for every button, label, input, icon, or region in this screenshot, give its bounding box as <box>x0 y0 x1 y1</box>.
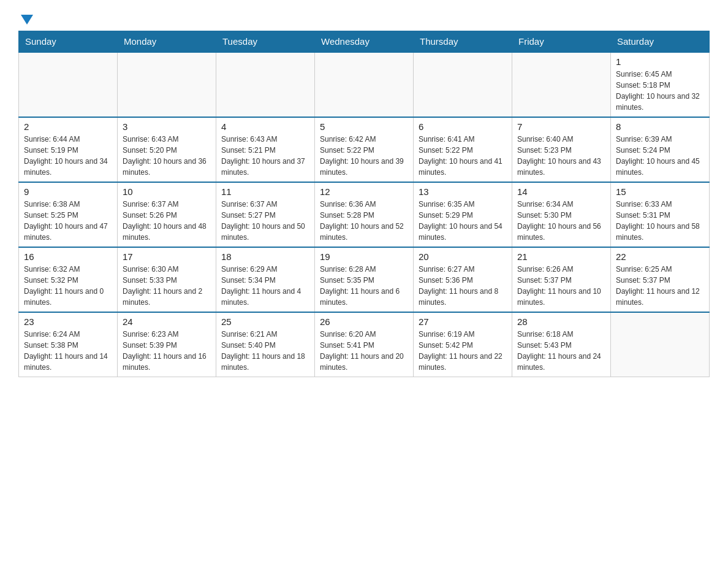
day-header-friday: Friday <box>512 31 611 53</box>
day-number: 18 <box>221 251 309 262</box>
day-info: Sunrise: 6:43 AMSunset: 5:21 PMDaylight:… <box>221 134 309 178</box>
day-number: 1 <box>616 56 704 67</box>
day-number: 5 <box>320 121 408 132</box>
day-number: 4 <box>221 121 309 132</box>
week-row-4: 16Sunrise: 6:32 AMSunset: 5:32 PMDayligh… <box>19 247 710 312</box>
day-info: Sunrise: 6:26 AMSunset: 5:37 PMDaylight:… <box>517 264 605 308</box>
calendar-cell: 16Sunrise: 6:32 AMSunset: 5:32 PMDayligh… <box>19 247 118 312</box>
calendar-cell: 14Sunrise: 6:34 AMSunset: 5:30 PMDayligh… <box>512 182 611 247</box>
day-header-monday: Monday <box>118 31 216 53</box>
day-info: Sunrise: 6:37 AMSunset: 5:27 PMDaylight:… <box>221 199 309 243</box>
day-number: 26 <box>320 316 408 327</box>
day-info: Sunrise: 6:33 AMSunset: 5:31 PMDaylight:… <box>616 199 704 243</box>
day-info: Sunrise: 6:18 AMSunset: 5:43 PMDaylight:… <box>517 329 605 373</box>
calendar-cell: 12Sunrise: 6:36 AMSunset: 5:28 PMDayligh… <box>315 182 414 247</box>
day-info: Sunrise: 6:36 AMSunset: 5:28 PMDaylight:… <box>320 199 408 243</box>
day-info: Sunrise: 6:44 AMSunset: 5:19 PMDaylight:… <box>24 134 112 178</box>
calendar-cell: 1Sunrise: 6:45 AMSunset: 5:18 PMDaylight… <box>611 52 710 117</box>
day-info: Sunrise: 6:19 AMSunset: 5:42 PMDaylight:… <box>419 329 507 373</box>
calendar-cell: 27Sunrise: 6:19 AMSunset: 5:42 PMDayligh… <box>414 312 512 377</box>
day-number: 16 <box>24 251 112 262</box>
day-info: Sunrise: 6:35 AMSunset: 5:29 PMDaylight:… <box>419 199 507 243</box>
day-info: Sunrise: 6:21 AMSunset: 5:40 PMDaylight:… <box>221 329 309 373</box>
day-info: Sunrise: 6:45 AMSunset: 5:18 PMDaylight:… <box>616 69 704 113</box>
day-info: Sunrise: 6:29 AMSunset: 5:34 PMDaylight:… <box>221 264 309 308</box>
calendar-cell: 2Sunrise: 6:44 AMSunset: 5:19 PMDaylight… <box>19 117 118 182</box>
day-info: Sunrise: 6:34 AMSunset: 5:30 PMDaylight:… <box>517 199 605 243</box>
calendar-cell: 28Sunrise: 6:18 AMSunset: 5:43 PMDayligh… <box>512 312 611 377</box>
calendar-cell: 26Sunrise: 6:20 AMSunset: 5:41 PMDayligh… <box>315 312 414 377</box>
calendar-cell: 23Sunrise: 6:24 AMSunset: 5:38 PMDayligh… <box>19 312 118 377</box>
day-header-thursday: Thursday <box>414 31 512 53</box>
calendar-cell: 20Sunrise: 6:27 AMSunset: 5:36 PMDayligh… <box>414 247 512 312</box>
week-row-2: 2Sunrise: 6:44 AMSunset: 5:19 PMDaylight… <box>19 117 710 182</box>
logo-top <box>18 12 33 25</box>
day-number: 13 <box>419 186 507 197</box>
calendar-cell <box>414 52 512 117</box>
day-info: Sunrise: 6:40 AMSunset: 5:23 PMDaylight:… <box>517 134 605 178</box>
day-header-saturday: Saturday <box>611 31 710 53</box>
calendar-cell: 19Sunrise: 6:28 AMSunset: 5:35 PMDayligh… <box>315 247 414 312</box>
day-header-wednesday: Wednesday <box>315 31 414 53</box>
calendar-cell <box>611 312 710 377</box>
calendar-cell <box>315 52 414 117</box>
day-number: 23 <box>24 316 112 327</box>
calendar-cell: 21Sunrise: 6:26 AMSunset: 5:37 PMDayligh… <box>512 247 611 312</box>
page-header <box>18 12 710 25</box>
calendar-cell: 25Sunrise: 6:21 AMSunset: 5:40 PMDayligh… <box>216 312 315 377</box>
week-row-1: 1Sunrise: 6:45 AMSunset: 5:18 PMDaylight… <box>19 52 710 117</box>
day-number: 15 <box>616 186 704 197</box>
calendar-cell <box>512 52 611 117</box>
day-number: 14 <box>517 186 605 197</box>
calendar-cell: 9Sunrise: 6:38 AMSunset: 5:25 PMDaylight… <box>19 182 118 247</box>
day-number: 24 <box>123 316 211 327</box>
week-row-5: 23Sunrise: 6:24 AMSunset: 5:38 PMDayligh… <box>19 312 710 377</box>
day-info: Sunrise: 6:37 AMSunset: 5:26 PMDaylight:… <box>123 199 211 243</box>
day-info: Sunrise: 6:42 AMSunset: 5:22 PMDaylight:… <box>320 134 408 178</box>
day-info: Sunrise: 6:43 AMSunset: 5:20 PMDaylight:… <box>123 134 211 178</box>
day-number: 22 <box>616 251 704 262</box>
day-number: 7 <box>517 121 605 132</box>
calendar-cell: 15Sunrise: 6:33 AMSunset: 5:31 PMDayligh… <box>611 182 710 247</box>
calendar-cell: 6Sunrise: 6:41 AMSunset: 5:22 PMDaylight… <box>414 117 512 182</box>
day-number: 21 <box>517 251 605 262</box>
calendar-cell: 10Sunrise: 6:37 AMSunset: 5:26 PMDayligh… <box>118 182 216 247</box>
day-number: 9 <box>24 186 112 197</box>
day-info: Sunrise: 6:20 AMSunset: 5:41 PMDaylight:… <box>320 329 408 373</box>
calendar-cell: 5Sunrise: 6:42 AMSunset: 5:22 PMDaylight… <box>315 117 414 182</box>
day-number: 3 <box>123 121 211 132</box>
day-number: 25 <box>221 316 309 327</box>
day-number: 17 <box>123 251 211 262</box>
day-info: Sunrise: 6:32 AMSunset: 5:32 PMDaylight:… <box>24 264 112 308</box>
day-number: 19 <box>320 251 408 262</box>
calendar-cell: 17Sunrise: 6:30 AMSunset: 5:33 PMDayligh… <box>118 247 216 312</box>
day-number: 10 <box>123 186 211 197</box>
day-info: Sunrise: 6:24 AMSunset: 5:38 PMDaylight:… <box>24 329 112 373</box>
day-info: Sunrise: 6:25 AMSunset: 5:37 PMDaylight:… <box>616 264 704 308</box>
day-number: 2 <box>24 121 112 132</box>
day-header-tuesday: Tuesday <box>216 31 315 53</box>
calendar-cell <box>19 52 118 117</box>
day-info: Sunrise: 6:41 AMSunset: 5:22 PMDaylight:… <box>419 134 507 178</box>
calendar-cell <box>118 52 216 117</box>
day-number: 20 <box>419 251 507 262</box>
day-number: 8 <box>616 121 704 132</box>
day-number: 12 <box>320 186 408 197</box>
calendar-cell: 11Sunrise: 6:37 AMSunset: 5:27 PMDayligh… <box>216 182 315 247</box>
calendar-cell <box>216 52 315 117</box>
calendar-cell: 8Sunrise: 6:39 AMSunset: 5:24 PMDaylight… <box>611 117 710 182</box>
day-number: 28 <box>517 316 605 327</box>
day-info: Sunrise: 6:38 AMSunset: 5:25 PMDaylight:… <box>24 199 112 243</box>
logo-triangle-icon <box>21 15 33 25</box>
calendar-cell: 13Sunrise: 6:35 AMSunset: 5:29 PMDayligh… <box>414 182 512 247</box>
calendar-cell: 22Sunrise: 6:25 AMSunset: 5:37 PMDayligh… <box>611 247 710 312</box>
calendar-cell: 18Sunrise: 6:29 AMSunset: 5:34 PMDayligh… <box>216 247 315 312</box>
calendar-cell: 7Sunrise: 6:40 AMSunset: 5:23 PMDaylight… <box>512 117 611 182</box>
day-number: 27 <box>419 316 507 327</box>
day-info: Sunrise: 6:23 AMSunset: 5:39 PMDaylight:… <box>123 329 211 373</box>
day-number: 11 <box>221 186 309 197</box>
day-header-sunday: Sunday <box>19 31 118 53</box>
logo <box>18 12 33 25</box>
calendar-table: SundayMondayTuesdayWednesdayThursdayFrid… <box>18 31 710 377</box>
day-info: Sunrise: 6:27 AMSunset: 5:36 PMDaylight:… <box>419 264 507 308</box>
